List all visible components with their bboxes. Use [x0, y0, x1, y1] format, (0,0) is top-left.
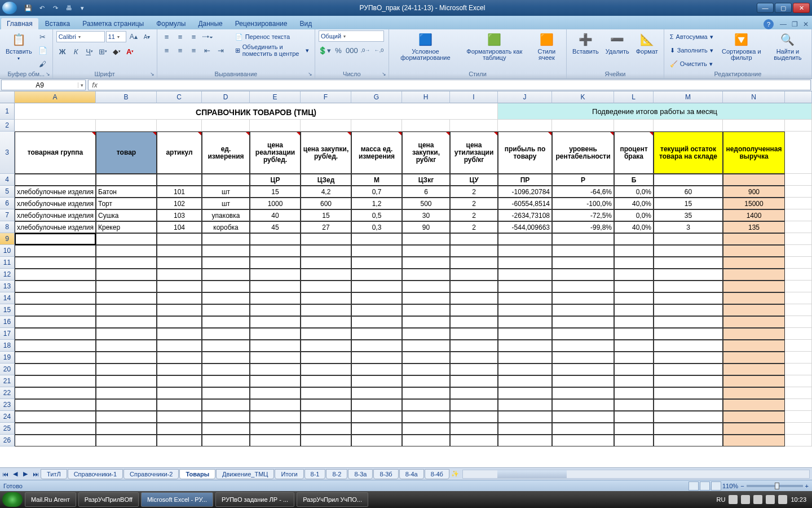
empty-cell[interactable] — [15, 340, 96, 352]
empty-cell[interactable] — [301, 328, 351, 340]
row-header[interactable]: 24 — [0, 411, 15, 423]
zoom-in-button[interactable]: + — [805, 483, 809, 489]
orientation-icon[interactable]: ⭬▾ — [201, 30, 214, 43]
empty-cell[interactable] — [614, 352, 654, 364]
empty-cell[interactable] — [450, 375, 498, 387]
symbol-cell[interactable]: ПР — [498, 174, 552, 186]
empty-cell[interactable] — [552, 375, 614, 387]
sheet-tab[interactable]: 8-1 — [304, 469, 326, 479]
empty-cell[interactable] — [157, 375, 202, 387]
data-cell[interactable]: шт — [202, 186, 250, 198]
tab-formulas[interactable]: Формулы — [151, 18, 191, 29]
empty-cell[interactable] — [402, 257, 450, 269]
empty-cell[interactable] — [15, 292, 96, 304]
row-header[interactable]: 13 — [0, 281, 15, 292]
tab-insert[interactable]: Вставка — [39, 18, 76, 29]
empty-cell[interactable] — [202, 352, 250, 364]
empty-cell[interactable] — [723, 364, 785, 375]
empty-cell[interactable] — [96, 423, 157, 435]
empty-cell[interactable] — [614, 364, 654, 375]
data-cell[interactable]: ▾ — [15, 233, 96, 245]
symbol-cell[interactable] — [723, 174, 785, 186]
empty-cell[interactable] — [351, 423, 402, 435]
number-format-combo[interactable]: Общий▾ — [319, 30, 384, 42]
font-size-combo[interactable]: 11▾ — [106, 31, 126, 42]
empty-cell[interactable] — [450, 269, 498, 281]
empty-cell[interactable] — [552, 364, 614, 375]
sheet-nav-next[interactable]: ▶ — [20, 469, 30, 479]
format-cells-button[interactable]: 📐Формат — [634, 30, 660, 56]
empty-cell[interactable] — [351, 399, 402, 411]
new-sheet-icon[interactable]: ✨ — [450, 469, 460, 479]
empty-cell[interactable] — [351, 292, 402, 304]
empty-cell[interactable] — [250, 257, 301, 269]
column-header[interactable]: C — [157, 91, 202, 103]
data-cell[interactable]: хлебобулочные изделия — [15, 186, 96, 198]
empty-cell[interactable] — [301, 411, 351, 423]
percent-icon[interactable]: % — [332, 44, 345, 56]
symbol-cell[interactable] — [15, 174, 96, 186]
empty-cell[interactable] — [301, 423, 351, 435]
empty-cell[interactable] — [202, 269, 250, 281]
currency-icon[interactable]: 💲▾ — [319, 44, 331, 56]
empty-cell[interactable] — [723, 399, 785, 411]
data-cell[interactable] — [301, 233, 351, 245]
empty-cell[interactable] — [15, 281, 96, 292]
empty-cell[interactable] — [301, 257, 351, 269]
empty-cell[interactable] — [552, 328, 614, 340]
empty-cell[interactable] — [654, 328, 723, 340]
empty-cell[interactable] — [498, 387, 552, 399]
data-cell[interactable]: 600 — [301, 198, 351, 209]
symbol-cell[interactable] — [202, 174, 250, 186]
horizontal-scrollbar[interactable] — [462, 470, 810, 479]
empty-cell[interactable] — [15, 245, 96, 257]
empty-cell[interactable] — [301, 316, 351, 328]
empty-cell[interactable] — [614, 411, 654, 423]
table-header-cell[interactable]: цена закупки, руб/кг — [402, 132, 450, 174]
empty-cell[interactable] — [654, 375, 723, 387]
empty-cell[interactable] — [157, 304, 202, 316]
table-header-cell[interactable]: масса ед. измерения — [351, 132, 402, 174]
align-launcher[interactable]: ↘ — [307, 71, 314, 77]
empty-cell[interactable] — [498, 364, 552, 375]
tray-icon[interactable] — [741, 495, 750, 504]
empty-cell[interactable] — [552, 387, 614, 399]
empty-cell[interactable] — [157, 364, 202, 375]
tab-page-layout[interactable]: Разметка страницы — [77, 18, 149, 29]
empty-cell[interactable] — [654, 352, 723, 364]
data-cell[interactable]: 103 — [157, 209, 202, 221]
empty-cell[interactable] — [202, 281, 250, 292]
empty-cell[interactable] — [301, 269, 351, 281]
empty-cell[interactable] — [96, 364, 157, 375]
empty-cell[interactable] — [402, 411, 450, 423]
sheet-tab[interactable]: 8-3б — [373, 469, 398, 479]
empty-cell[interactable] — [250, 375, 301, 387]
table-header-cell[interactable]: процент брака — [614, 132, 654, 174]
empty-cell[interactable] — [202, 257, 250, 269]
empty-cell[interactable] — [654, 387, 723, 399]
empty-cell[interactable] — [402, 387, 450, 399]
tab-data[interactable]: Данные — [192, 18, 228, 29]
empty-cell[interactable] — [498, 352, 552, 364]
zoom-slider[interactable] — [747, 485, 803, 487]
data-cell[interactable] — [723, 233, 785, 245]
data-cell[interactable]: 4,2 — [301, 186, 351, 198]
empty-cell[interactable] — [96, 387, 157, 399]
tab-review[interactable]: Рецензирование — [230, 18, 293, 29]
tray-icon[interactable] — [729, 495, 738, 504]
taskbar-item[interactable]: РУПвО задание ЛР - ... — [215, 492, 294, 507]
undo-icon[interactable]: ↶ — [36, 2, 47, 14]
empty-cell[interactable] — [402, 435, 450, 446]
decrease-font-icon[interactable]: A▾ — [141, 30, 153, 43]
empty-cell[interactable] — [250, 352, 301, 364]
sheet-tab[interactable]: 8-2 — [326, 469, 347, 479]
mdi-restore-button[interactable]: ❐ — [789, 19, 800, 29]
empty-cell[interactable] — [202, 387, 250, 399]
empty-cell[interactable] — [552, 304, 614, 316]
empty-cell[interactable] — [202, 411, 250, 423]
tray-icon[interactable] — [753, 495, 762, 504]
empty-cell[interactable] — [250, 340, 301, 352]
empty-cell[interactable] — [250, 304, 301, 316]
column-header[interactable]: M — [654, 91, 723, 103]
align-center-icon[interactable]: ≡ — [174, 44, 187, 56]
